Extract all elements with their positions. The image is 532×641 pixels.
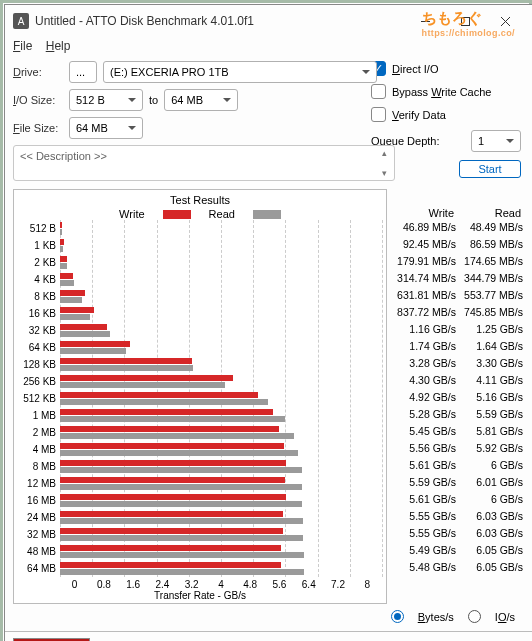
description-placeholder: << Description >> [20,150,107,162]
legend-read-swatch [253,210,281,219]
description-scroll[interactable]: ▴▾ [376,148,392,178]
svg-rect-1 [461,17,469,25]
menu-help[interactable]: Help [46,39,71,53]
chart-panel: Test Results Write Read 512 B1 KB2 KB4 K… [13,189,387,604]
chart-ylabels: 512 B1 KB2 KB4 KB8 KB16 KB32 KB64 KB128 … [18,220,60,577]
footer: ATTO Storage and Network Connectivity Ex… [5,631,532,641]
description-box[interactable]: << Description >> ▴▾ [13,145,395,181]
iosize-from-select[interactable]: 512 B [69,89,143,111]
bypass-checkbox[interactable] [371,84,386,99]
drive-label: Drive: [13,66,69,78]
drive-browse-button[interactable]: ... [69,61,97,83]
results-table: Write Read 46.89 MB/s48.49 MB/s92.45 MB/… [387,189,525,604]
chart-xaxis-label: Transfer Rate - GB/s [18,590,382,601]
window-title: Untitled - ATTO Disk Benchmark 4.01.0f1 [35,14,405,28]
drive-select[interactable]: (E:) EXCERIA PRO 1TB [103,61,377,83]
close-button[interactable] [485,7,525,35]
results-head-write: Write [391,207,458,219]
direct-io-label: Direct I/O [392,63,438,75]
legend-write-swatch [163,210,191,219]
minimize-button[interactable] [405,7,445,35]
chart-legend: Write Read [18,208,382,220]
bytes-radio[interactable] [391,610,404,623]
results-head-read: Read [458,207,525,219]
filesize-label: File Size: [13,122,69,134]
queue-depth-select[interactable]: 1 [471,130,521,152]
iosize-label: I/O Size: [13,94,69,106]
ios-radio[interactable] [468,610,481,623]
start-button[interactable]: Start [459,160,521,178]
bytes-radio-label: Bytes/s [418,611,454,623]
menubar: File Help [5,37,532,55]
iosize-to-label: to [143,94,164,106]
ios-radio-label: IO/s [495,611,515,623]
filesize-select[interactable]: 64 MB [69,117,143,139]
app-icon: A [13,13,29,29]
chart-bars [60,220,382,577]
verify-label: Verify Data [392,109,446,121]
menu-file[interactable]: File [13,39,32,53]
bypass-label: Bypass Write Cache [392,86,491,98]
titlebar: A Untitled - ATTO Disk Benchmark 4.01.0f… [5,5,532,37]
iosize-to-select[interactable]: 64 MB [164,89,238,111]
maximize-button[interactable] [445,7,485,35]
verify-checkbox[interactable] [371,107,386,122]
chart-title: Test Results [18,194,382,206]
chart-xaxis: 00.81.62.43.244.85.66.47.28 [18,579,382,590]
